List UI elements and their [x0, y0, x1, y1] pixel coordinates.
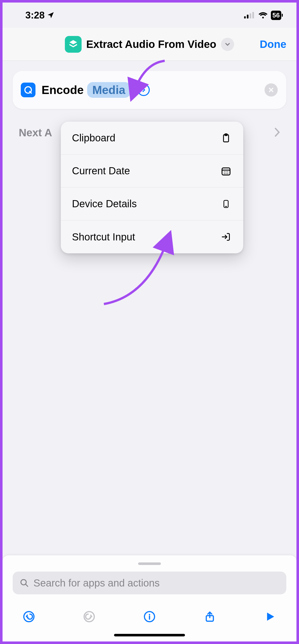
svg-point-11 — [227, 171, 228, 172]
nav-bar: Extract Audio From Video Done — [3, 28, 296, 61]
media-variable-token[interactable]: Media — [87, 82, 130, 98]
home-indicator[interactable] — [114, 634, 185, 636]
popup-item-label: Shortcut Input — [72, 231, 135, 243]
delete-action-button[interactable] — [265, 83, 278, 97]
shortcut-app-icon — [65, 36, 82, 53]
popup-item-label: Clipboard — [72, 132, 115, 144]
battery-icon: 56 — [271, 11, 281, 20]
svg-point-13 — [226, 173, 227, 174]
done-button[interactable]: Done — [260, 38, 286, 50]
cell-signal-icon — [244, 12, 255, 18]
search-icon — [20, 578, 29, 588]
next-action-label: Next A — [19, 127, 52, 139]
popup-item-device-details[interactable]: Device Details — [61, 187, 243, 220]
undo-button[interactable] — [22, 610, 36, 624]
editor-canvas[interactable]: Encode Media Next A — [3, 61, 296, 641]
encode-media-action[interactable]: Encode Media — [13, 71, 286, 109]
popup-item-current-date[interactable]: Current Date — [61, 155, 243, 187]
popup-item-shortcut-input[interactable]: Shortcut Input — [61, 220, 243, 253]
expand-action-button[interactable] — [138, 84, 150, 96]
popup-item-clipboard[interactable]: Clipboard — [61, 122, 243, 155]
clock: 3:28 — [25, 10, 45, 21]
input-icon — [220, 232, 232, 242]
title-menu-button[interactable] — [221, 38, 234, 51]
redo-button[interactable] — [82, 610, 96, 624]
svg-line-18 — [26, 584, 28, 586]
search-field[interactable]: Search for apps and actions — [13, 572, 286, 594]
bottom-toolbar — [13, 594, 286, 634]
drawer-grabber[interactable] — [138, 562, 161, 565]
popup-item-label: Device Details — [72, 198, 137, 210]
quicktime-icon — [21, 83, 35, 97]
run-button[interactable] — [263, 610, 277, 624]
shortcut-title[interactable]: Extract Audio From Video — [86, 38, 216, 50]
svg-point-12 — [224, 173, 225, 174]
info-button[interactable] — [142, 610, 157, 624]
svg-point-14 — [227, 173, 228, 174]
svg-point-9 — [224, 171, 225, 172]
phone-icon — [220, 198, 232, 210]
wifi-icon — [258, 10, 268, 20]
svg-rect-3 — [252, 12, 254, 18]
location-icon — [47, 11, 55, 19]
status-bar: 3:28 56 — [3, 3, 296, 28]
search-placeholder: Search for apps and actions — [33, 577, 160, 589]
share-button[interactable] — [203, 610, 217, 624]
svg-rect-0 — [244, 16, 246, 18]
svg-point-22 — [149, 614, 150, 615]
action-verb: Encode — [42, 83, 84, 97]
clipboard-icon — [220, 133, 232, 143]
chevron-right-icon — [274, 127, 280, 138]
calendar-icon — [220, 166, 232, 176]
svg-rect-1 — [247, 15, 249, 18]
svg-rect-2 — [250, 13, 251, 18]
popup-item-label: Current Date — [72, 165, 130, 177]
action-drawer[interactable]: Search for apps and actions — [3, 555, 296, 641]
svg-point-10 — [226, 171, 227, 172]
variable-picker-popup: Clipboard Current Date Device Details Sh… — [61, 122, 243, 253]
